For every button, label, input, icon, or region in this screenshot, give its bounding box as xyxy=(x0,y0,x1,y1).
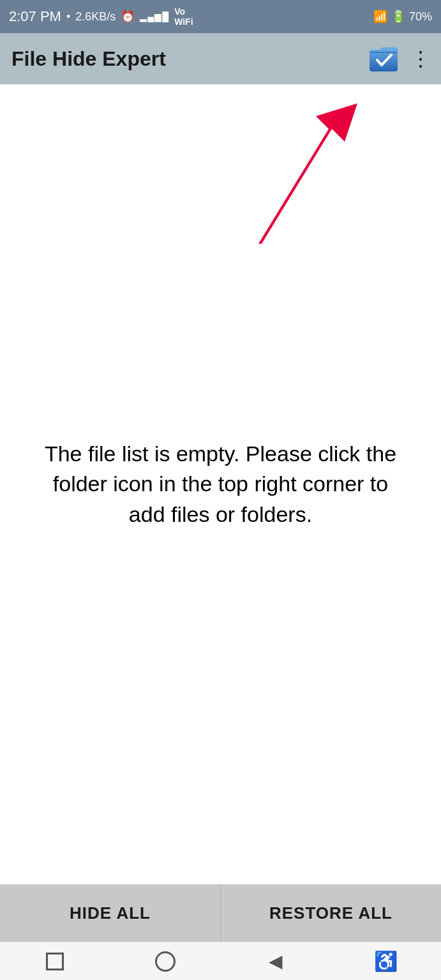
nav-back-button[interactable]: ◀ xyxy=(264,950,287,973)
vo-wifi-icon: VoWiFi xyxy=(174,6,193,27)
nav-accessibility-button[interactable]: ♿ xyxy=(375,950,398,973)
empty-list-message: The file list is empty. Please click the… xyxy=(36,439,406,530)
status-bar: 2:07 PM • 2.6KB/s ⏰ ▂▄▆█ VoWiFi 📶 🔋 70% xyxy=(0,0,441,33)
back-icon: ◀ xyxy=(269,951,283,972)
nav-home-button[interactable] xyxy=(154,950,177,973)
more-options-button[interactable]: ⋮ xyxy=(410,48,430,69)
hide-all-button[interactable]: HIDE ALL xyxy=(0,884,221,942)
wifi-icon: 📶 xyxy=(373,10,387,24)
battery-percent: 70% xyxy=(409,10,432,24)
main-content: The file list is empty. Please click the… xyxy=(0,84,441,884)
folder-check-icon xyxy=(368,45,399,73)
alarm-icon: ⏰ xyxy=(121,10,135,24)
battery-icon: 🔋 xyxy=(391,10,405,24)
app-bar: File Hide Expert ⋮ xyxy=(0,33,441,84)
square-icon xyxy=(46,953,64,970)
nav-bar: ◀ ♿ xyxy=(0,942,441,980)
app-bar-actions: ⋮ xyxy=(367,42,430,75)
status-speed: 2.6KB/s xyxy=(75,10,116,24)
add-files-button[interactable] xyxy=(367,42,400,75)
person-icon: ♿ xyxy=(374,950,398,972)
status-time: 2:07 PM xyxy=(9,8,61,25)
status-right: 📶 🔋 70% xyxy=(373,10,432,24)
status-dot: • xyxy=(66,10,70,24)
restore-all-button[interactable]: RESTORE ALL xyxy=(221,884,441,942)
app-title: File Hide Expert xyxy=(11,47,166,71)
signal-icon: ▂▄▆█ xyxy=(140,11,169,22)
nav-recent-apps-button[interactable] xyxy=(43,950,66,973)
status-left: 2:07 PM • 2.6KB/s ⏰ ▂▄▆█ VoWiFi xyxy=(9,6,193,27)
bottom-buttons: HIDE ALL RESTORE ALL xyxy=(0,884,441,942)
circle-icon xyxy=(155,951,176,972)
